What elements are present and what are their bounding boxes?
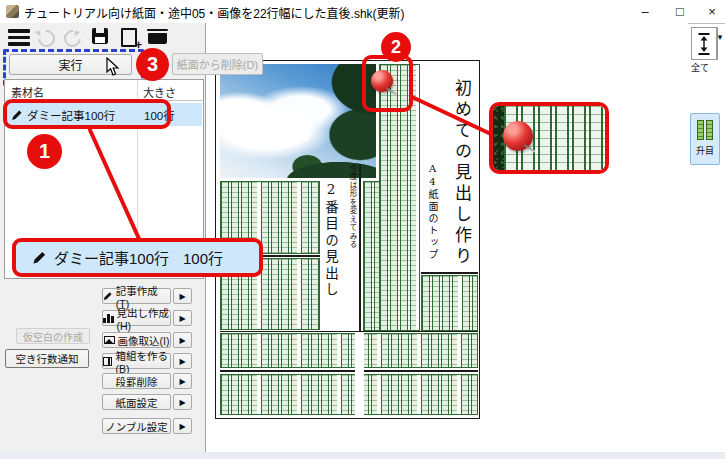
- tray-icon[interactable]: [148, 33, 167, 44]
- maximize-button[interactable]: □: [665, 0, 695, 22]
- column-rule-divider: [359, 164, 361, 331]
- page-number-settings-arrow-button[interactable]: ▶: [173, 418, 192, 434]
- headline-main-subtext: A4紙面のトップ: [425, 163, 440, 261]
- box-icon: [103, 357, 112, 366]
- rule-line: [220, 331, 478, 332]
- execute-button[interactable]: 実行: [9, 54, 132, 75]
- redo-icon[interactable]: [64, 30, 77, 43]
- save-icon[interactable]: [92, 28, 108, 44]
- grid-mode-label: 升目: [696, 144, 714, 157]
- delete-from-page-button[interactable]: 紙面から削除(D): [172, 53, 263, 75]
- toolbar-divider: [717, 27, 718, 60]
- page-settings-button[interactable]: 紙面設定: [102, 394, 171, 410]
- empty-line-count-button[interactable]: 空き行数通知: [5, 349, 89, 368]
- menu-icon[interactable]: [8, 29, 30, 46]
- annotation-box-row: [3, 99, 171, 129]
- fit-height-icon: [697, 33, 711, 55]
- region-zoom-callout: [489, 102, 609, 174]
- headline-2-block: 今度は形を変えてみる 2番目の見出し: [319, 164, 359, 331]
- annotation-step-1: 1: [27, 134, 62, 169]
- text-column-block: [220, 374, 478, 415]
- window-title: チュートリアル向け紙面・途中05・画像を22行幅にした直後.shk(更新): [24, 4, 405, 21]
- fit-view-button[interactable]: [691, 27, 717, 60]
- column-gutter: [355, 332, 364, 416]
- minimize-button[interactable]: –: [630, 0, 660, 22]
- headline-2-text: 2番目の見出し: [321, 181, 341, 299]
- import-image-button[interactable]: 画像取込(I): [102, 332, 171, 348]
- image-icon: [104, 336, 115, 344]
- grid-cells-icon: [697, 120, 713, 140]
- grid-mode-button[interactable]: 升目: [690, 113, 720, 165]
- pushpin-icon-zoomed: [503, 121, 533, 151]
- headline-2-subtext: 今度は形を変えてみる: [347, 164, 358, 249]
- window-bottom-edge: [0, 452, 725, 459]
- import-image-arrow-button[interactable]: ▶: [173, 332, 192, 348]
- page-number-settings-button[interactable]: ノンブル設定: [102, 418, 171, 434]
- table-header: 素材名 大きさ: [5, 80, 203, 101]
- undo-icon[interactable]: [38, 30, 51, 43]
- rule-line: [421, 272, 478, 274]
- pencil-icon: [32, 250, 47, 265]
- app-icon: [6, 5, 19, 18]
- temp-blank-button[interactable]: 仮空白の作成: [16, 328, 90, 344]
- callout-material-size: 100行: [183, 247, 223, 268]
- annotation-step-3: 3: [136, 48, 169, 81]
- make-box-arrow-button[interactable]: ▶: [173, 353, 192, 369]
- headline-main-block: 初めての見出し作り A4紙面のトップ: [421, 64, 478, 271]
- title-bar: チュートリアル向け紙面・途中05・画像を22行幅にした直後.shk(更新) – …: [0, 0, 725, 24]
- delete-column-rule-arrow-button[interactable]: ▶: [173, 373, 192, 389]
- pencil-icon: [103, 291, 113, 301]
- text-column-block: [363, 181, 380, 331]
- make-box-button[interactable]: 箱組を作る(B): [102, 353, 171, 369]
- callout-material-name: ダミー記事100行: [54, 247, 169, 268]
- page-settings-arrow-button[interactable]: ▶: [173, 394, 192, 410]
- close-button[interactable]: ×: [697, 0, 725, 22]
- header-material-name: 素材名: [11, 84, 44, 100]
- create-article-arrow-button[interactable]: ▶: [173, 288, 192, 304]
- pushpin-icon: [371, 70, 393, 92]
- new-document-icon[interactable]: [121, 28, 137, 47]
- fit-view-label: 全て: [691, 61, 709, 74]
- bar-chart-icon: [103, 314, 114, 323]
- create-headline-button[interactable]: 見出し作成(H): [102, 310, 171, 326]
- row-zoom-callout: ダミー記事100行 100行: [12, 238, 263, 277]
- text-column-block: [220, 333, 478, 368]
- delete-column-rule-button[interactable]: 段罫削除: [102, 373, 171, 389]
- create-headline-arrow-button[interactable]: ▶: [173, 310, 192, 326]
- header-size: 大きさ: [143, 84, 176, 100]
- headline-main-text: 初めての見出し作り: [450, 79, 475, 268]
- app-window: チュートリアル向け紙面・途中05・画像を22行幅にした直後.shk(更新) – …: [0, 0, 725, 459]
- zoom-dropdown[interactable]: ▼: [716, 33, 724, 42]
- text-column-block: [421, 275, 478, 331]
- rule-line: [220, 370, 478, 372]
- sky-photo: [220, 64, 376, 178]
- create-article-button[interactable]: 記事作成(T): [102, 288, 171, 304]
